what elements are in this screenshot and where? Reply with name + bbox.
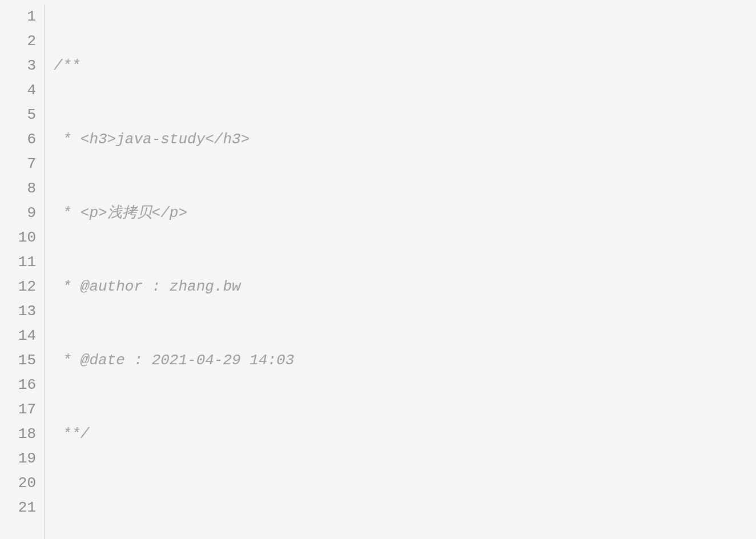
comment-text: * <p>浅拷贝</p> <box>54 204 187 222</box>
line-number: 9 <box>0 201 36 226</box>
line-number: 17 <box>0 397 36 422</box>
comment-text: **/ <box>54 425 89 443</box>
code-line: * <p>浅拷贝</p> <box>54 201 756 226</box>
line-number: 11 <box>0 250 36 275</box>
code-editor: 1 2 3 4 5 6 7 8 9 10 11 12 13 14 15 16 1… <box>0 5 756 539</box>
comment-text: * @author : zhang.bw <box>54 278 241 295</box>
line-number: 16 <box>0 373 36 397</box>
comment-text: * @date : 2021-04-29 14:03 <box>54 352 294 369</box>
line-number: 8 <box>0 176 36 201</box>
line-number: 5 <box>0 103 36 127</box>
code-line: * <h3>java-study</h3> <box>54 127 756 152</box>
code-area[interactable]: /** * <h3>java-study</h3> * <p>浅拷贝</p> *… <box>54 5 756 539</box>
line-number: 20 <box>0 471 36 496</box>
comment-text: /** <box>54 57 81 74</box>
line-number: 2 <box>0 29 36 54</box>
line-number: 13 <box>0 299 36 324</box>
line-number: 3 <box>0 54 36 78</box>
line-number: 14 <box>0 324 36 348</box>
code-line: **/ <box>54 422 756 447</box>
line-number: 18 <box>0 422 36 447</box>
line-number: 4 <box>0 78 36 103</box>
line-number: 19 <box>0 447 36 471</box>
line-number: 10 <box>0 226 36 250</box>
line-number: 7 <box>0 152 36 176</box>
line-number: 1 <box>0 5 36 29</box>
line-number: 12 <box>0 275 36 299</box>
code-line: * @date : 2021-04-29 14:03 <box>54 348 756 373</box>
line-number: 6 <box>0 127 36 152</box>
comment-text: * <h3>java-study</h3> <box>54 131 250 148</box>
line-number: 15 <box>0 348 36 373</box>
line-number: 21 <box>0 496 36 520</box>
code-line: /** <box>54 54 756 78</box>
line-number-gutter: 1 2 3 4 5 6 7 8 9 10 11 12 13 14 15 16 1… <box>0 5 45 539</box>
code-line: * @author : zhang.bw <box>54 275 756 299</box>
code-line <box>54 496 756 520</box>
